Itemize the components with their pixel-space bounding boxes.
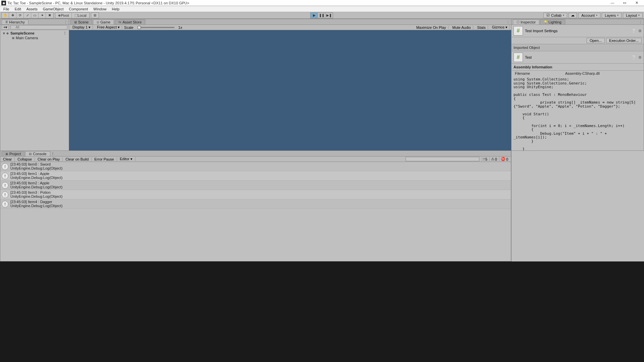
scale-tool[interactable]: ⤢ <box>24 13 31 18</box>
settings-icon[interactable]: ⚙ <box>638 29 642 33</box>
minimize-button[interactable]: — <box>606 0 619 6</box>
rotate-tool[interactable]: ⟳ <box>16 13 24 18</box>
step-button[interactable]: ▶❚ <box>325 13 333 18</box>
log-stack: UnityEngine.Debug:Log(Object) <box>10 176 62 180</box>
console-clear-on-build-button[interactable]: Clear on Build <box>63 157 92 161</box>
stats-toggle[interactable]: Stats <box>475 25 488 29</box>
tab-project[interactable]: ▣Project <box>2 151 24 156</box>
hierarchy-create-button[interactable]: +▾ <box>2 25 9 30</box>
layers-dropdown[interactable]: Layers▾ <box>602 13 622 18</box>
help-icon-2[interactable]: ❔ <box>632 55 636 60</box>
transform-tool[interactable]: ✦ <box>39 13 46 18</box>
tab-lighting[interactable]: 💡Lighting <box>540 19 565 24</box>
mute-toggle[interactable]: Mute Audio <box>450 25 473 29</box>
menu-file[interactable]: File <box>1 7 12 11</box>
titlebar: ◆ Tic Tac Toe - SampleScene - PC, Mac & … <box>0 0 644 6</box>
log-message: [23:45:03] Item0 : Sword <box>10 163 62 167</box>
custom-tool[interactable]: ✖ <box>46 13 53 18</box>
log-info-icon: ! <box>2 201 8 207</box>
console-log-list: ![23:45:03] Item0 : SwordUnityEngine.Deb… <box>0 162 511 261</box>
pause-button[interactable]: ❚❚ <box>318 13 325 18</box>
hierarchy-scene-row[interactable]: ▾◆SampleScene⋮ <box>0 31 69 36</box>
hierarchy-search-input[interactable] <box>10 25 67 29</box>
play-button[interactable]: ▶ <box>311 13 318 18</box>
console-log-row[interactable]: ![23:45:03] Item1 : AppleUnityEngine.Deb… <box>0 171 511 181</box>
hand-tool[interactable]: ✋ <box>2 13 9 18</box>
assembly-info-header: Assembly Information <box>512 64 644 71</box>
console-log-row[interactable]: ![23:45:03] Item2 : AppleUnityEngine.Deb… <box>0 181 511 190</box>
log-stack: UnityEngine.Debug:Log(Object) <box>10 167 62 171</box>
hierarchy-item-maincamera[interactable]: ▣Main Camera <box>0 36 69 40</box>
console-log-row[interactable]: ![23:45:03] Item0 : SwordUnityEngine.Deb… <box>0 162 511 171</box>
game-tab-icon: ◎ <box>97 20 99 24</box>
menu-gameobject[interactable]: GameObject <box>40 7 66 11</box>
display-dropdown[interactable]: Display 1 ▾ <box>70 25 93 29</box>
help-icon[interactable]: ❔ <box>632 29 636 33</box>
menu-assets[interactable]: Assets <box>24 7 40 11</box>
scene-menu-icon[interactable]: ⋮ <box>63 31 67 36</box>
inspector-title: Test Import Settings <box>525 29 557 33</box>
move-tool[interactable]: ✥ <box>9 13 16 18</box>
layout-dropdown[interactable]: Layout▾ <box>623 13 643 18</box>
pivot-group: ◈ Pivot ⬚ Local <box>55 12 90 18</box>
center-menu-icon[interactable]: ⋮ <box>506 20 510 24</box>
cloud-button[interactable]: ☁ <box>569 13 577 18</box>
tab-scene[interactable]: ▦Scene <box>70 19 92 24</box>
console-clear-on-play-button[interactable]: Clear on Play <box>35 157 63 161</box>
script-icon-2: # <box>514 53 523 62</box>
hierarchy-menu-icon[interactable]: ⋮ <box>64 20 67 24</box>
tab-game[interactable]: ◎Game <box>93 19 114 24</box>
script-icon: # <box>514 26 523 36</box>
menu-edit[interactable]: Edit <box>12 7 24 11</box>
inspector-menu-icon[interactable]: ⋮ <box>639 20 642 24</box>
console-collapse-button[interactable]: Collapse <box>15 157 35 161</box>
console-editor-dropdown[interactable]: Editor ▾ <box>117 157 136 161</box>
center-panel: ▦Scene ◎Game 🛍Asset Store ⋮ Display 1 ▾ … <box>69 19 511 151</box>
local-toggle[interactable]: ⬚ Local <box>72 13 89 18</box>
menu-component[interactable]: Component <box>66 7 91 11</box>
console-log-row[interactable]: ![23:45:03] Item4 : DaggerUnityEngine.De… <box>0 199 511 209</box>
tab-assetstore[interactable]: 🛍Asset Store <box>115 19 145 24</box>
scene-icon: ◆ <box>6 32 10 35</box>
console-clear-button[interactable]: Clear <box>0 157 15 161</box>
collab-dropdown[interactable]: ☑ Collab▾ <box>543 13 567 18</box>
warn-count[interactable]: ⚠0 <box>489 157 498 161</box>
lighting-icon: 💡 <box>544 20 547 24</box>
maximize-button[interactable]: ▭ <box>619 0 631 6</box>
aspect-dropdown[interactable]: Free Aspect ▾ <box>95 25 122 29</box>
execution-order-button[interactable]: Execution Order... <box>606 38 642 43</box>
pivot-toggle[interactable]: ◈ Pivot <box>55 13 72 18</box>
menu-window[interactable]: Window <box>91 7 109 11</box>
maximize-toggle[interactable]: Maximize On Play <box>414 25 448 29</box>
error-count[interactable]: ⛔0 <box>499 157 509 161</box>
transform-tools: ✋ ✥ ⟳ ⤢ ▭ ✦ ✖ <box>1 12 54 18</box>
console-panel: ▣Project ▤Console ⋮ Clear Collapse Clear… <box>0 151 511 261</box>
settings-icon-2[interactable]: ⚙ <box>638 55 642 60</box>
game-view[interactable] <box>69 30 511 150</box>
tab-hierarchy[interactable]: ≣Hierarchy <box>2 19 29 24</box>
gizmos-dropdown[interactable]: Gizmos ▾ <box>490 25 510 29</box>
open-button[interactable]: Open... <box>587 38 605 43</box>
log-stack: UnityEngine.Debug:Log(Object) <box>10 204 62 208</box>
tab-console[interactable]: ▤Console <box>25 151 50 156</box>
snap-button[interactable]: ⊞ <box>91 13 99 18</box>
scale-slider[interactable] <box>138 27 174 28</box>
console-search-input[interactable] <box>406 157 479 161</box>
close-button[interactable]: ✕ <box>631 0 643 6</box>
assetstore-icon: 🛍 <box>118 20 121 24</box>
console-icon: ▤ <box>29 152 32 156</box>
info-count[interactable]: !5 <box>482 157 489 161</box>
rect-tool[interactable]: ▭ <box>31 13 39 18</box>
console-menu-icon[interactable]: ⋮ <box>51 152 55 156</box>
menu-help[interactable]: Help <box>109 7 122 11</box>
menubar: File Edit Assets GameObject Component Wi… <box>0 6 644 12</box>
console-error-pause-button[interactable]: Error Pause <box>92 157 117 161</box>
hierarchy-icon: ≣ <box>5 20 8 24</box>
bottom-right-spacer <box>511 151 644 261</box>
tab-inspector[interactable]: ⓘInspector <box>513 19 539 24</box>
console-log-row[interactable]: ![23:45:03] Item3 : PotionUnityEngine.De… <box>0 190 511 199</box>
account-dropdown[interactable]: Account▾ <box>578 13 600 18</box>
hierarchy-tree: ▾◆SampleScene⋮ ▣Main Camera <box>0 30 69 41</box>
warn-icon: ⚠ <box>491 157 494 161</box>
desktop-background <box>0 261 644 362</box>
